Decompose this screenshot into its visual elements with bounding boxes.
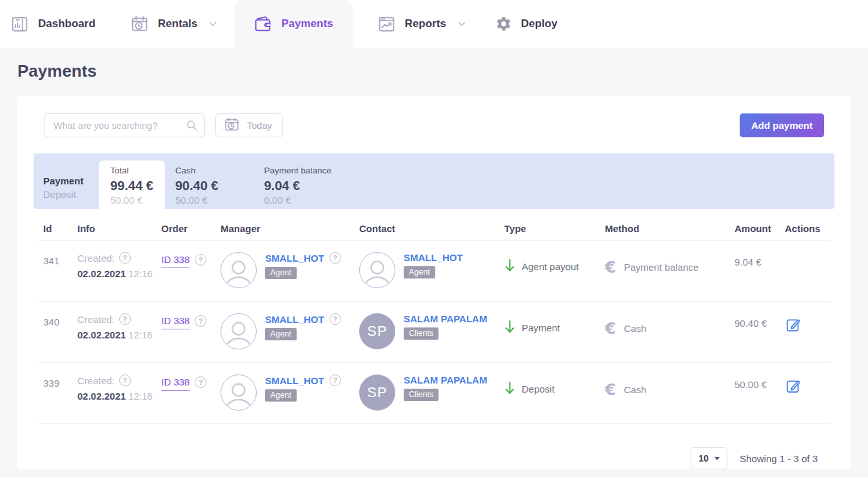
summary-cash-payment: 90.40 € — [175, 178, 219, 193]
caret-down-icon — [715, 457, 720, 460]
nav-item-rentals[interactable]: Rentals — [130, 0, 218, 48]
table-header: Id Info Order Manager Contact Type Metho… — [38, 217, 830, 240]
nav-item-deploy[interactable]: Deploy — [495, 0, 558, 48]
question-icon[interactable]: ? — [119, 313, 131, 325]
row-amount: 90.40 € — [735, 313, 785, 351]
avatar[interactable]: SP — [359, 375, 395, 411]
question-icon[interactable]: ? — [195, 254, 206, 266]
created-time: 12:16 — [128, 268, 153, 279]
summary-balance-label: Payment balance — [264, 166, 331, 175]
contact-link[interactable]: SMALL_HOT — [404, 252, 463, 263]
type-label: Deposit — [522, 384, 555, 394]
avatar[interactable] — [221, 375, 257, 411]
summary-col-cash[interactable]: Cash 90.40 € 50.00 € — [175, 153, 219, 209]
nav-item-dashboard[interactable]: Dashboard — [10, 0, 95, 48]
col-header-info: Info — [77, 223, 161, 234]
col-header-amount: Amount — [735, 223, 785, 234]
summary-col-total[interactable]: Total 99.44 € 50.00 € — [99, 161, 165, 209]
row-id: 340 — [38, 313, 77, 351]
row-type: Agent payout — [504, 252, 605, 277]
edit-button[interactable] — [785, 316, 802, 335]
manager-link[interactable]: SMALL_HOT — [265, 314, 324, 325]
row-info: Created: ? 02.02.202112:16 — [77, 313, 161, 351]
row-actions — [785, 252, 830, 289]
row-actions — [785, 375, 830, 412]
role-badge: Agent — [404, 266, 435, 278]
row-manager: SMALL_HOT ? Agent — [221, 313, 359, 351]
order-link[interactable]: ID 338 — [161, 315, 190, 329]
summary-cash-deposit: 50.00 € — [175, 195, 219, 206]
role-badge: Agent — [265, 328, 297, 340]
avatar[interactable] — [221, 313, 257, 349]
top-nav: Dashboard Rentals Payments — [0, 0, 868, 48]
summary-total-deposit: 50.00 € — [110, 195, 153, 206]
created-date: 02.02.2021 — [77, 329, 126, 340]
toolbar: Today Add payment — [44, 113, 824, 137]
avatar[interactable] — [221, 252, 257, 288]
avatar[interactable] — [359, 252, 395, 288]
arrow-down-icon — [504, 380, 515, 398]
row-contact: SMALL_HOT Agent — [359, 252, 504, 289]
nav-label-reports: Reports — [405, 17, 446, 30]
date-filter[interactable]: Today — [215, 113, 283, 137]
question-icon[interactable]: ? — [195, 315, 206, 327]
row-amount: 50.00 € — [735, 375, 785, 412]
arrow-down-icon — [504, 258, 515, 275]
row-id: 339 — [38, 375, 77, 412]
summary-balance-deposit: 0.00 € — [264, 195, 331, 206]
row-contact: SP SALAM PAPALAM Clients — [359, 375, 504, 412]
nav-label-deploy: Deploy — [521, 17, 558, 30]
summary-total-label: Total — [110, 166, 153, 175]
row-method: € Cash — [605, 375, 735, 400]
payments-card: Today Add payment Payment Deposit Total … — [17, 96, 851, 469]
page-size-select[interactable]: 10 — [691, 447, 727, 469]
col-header-id: Id — [38, 223, 77, 234]
nav-item-payments[interactable]: Payments — [234, 0, 352, 48]
nav-label-dashboard: Dashboard — [38, 17, 95, 30]
row-contact: SP SALAM PAPALAM Clients — [359, 313, 504, 351]
edit-button[interactable] — [785, 378, 802, 396]
euro-icon: € — [605, 382, 616, 398]
arrow-down-icon — [504, 319, 515, 336]
summary-label-payment: Payment — [43, 174, 99, 188]
question-icon[interactable]: ? — [330, 313, 341, 325]
page-size-value: 10 — [698, 453, 709, 463]
showing-label: Showing 1 - 3 of 3 — [740, 453, 818, 464]
method-label: Payment balance — [624, 262, 698, 273]
order-link[interactable]: ID 338 — [161, 376, 190, 391]
summary-col-balance[interactable]: Payment balance 9.04 € 0.00 € — [264, 153, 331, 209]
table-row: 339 Created: ? 02.02.202112:16 ID 338 ? … — [38, 363, 830, 424]
question-icon[interactable]: ? — [330, 375, 341, 386]
euro-icon: € — [605, 259, 616, 275]
manager-link[interactable]: SMALL_HOT — [265, 375, 324, 386]
row-method: € Payment balance — [605, 252, 735, 278]
manager-link[interactable]: SMALL_HOT — [265, 253, 324, 264]
contact-link[interactable]: SALAM PAPALAM — [404, 375, 487, 385]
chevron-down-icon — [457, 19, 467, 29]
row-order: ID 338 ? — [161, 252, 221, 289]
created-label: Created: — [77, 314, 115, 325]
type-label: Payment — [522, 322, 560, 333]
avatar[interactable]: SP — [359, 313, 395, 349]
question-icon[interactable]: ? — [119, 375, 131, 386]
role-badge: Agent — [265, 267, 297, 279]
search-input[interactable] — [44, 113, 205, 137]
row-info: Created: ? 02.02.202112:16 — [77, 375, 161, 412]
order-link[interactable]: ID 338 — [161, 254, 190, 268]
question-icon[interactable]: ? — [330, 252, 341, 264]
question-icon[interactable]: ? — [119, 252, 131, 264]
col-header-contact: Contact — [359, 223, 504, 234]
date-filter-value: Today — [247, 121, 272, 131]
summary-row-labels: Payment Deposit — [43, 153, 99, 209]
row-id: 341 — [38, 252, 77, 289]
nav-item-reports[interactable]: Reports — [377, 0, 467, 48]
question-icon[interactable]: ? — [195, 376, 206, 388]
add-payment-button[interactable]: Add payment — [740, 113, 824, 137]
row-actions — [785, 313, 830, 351]
summary-label-deposit: Deposit — [43, 188, 99, 202]
dashboard-icon — [10, 15, 29, 34]
contact-link[interactable]: SALAM PAPALAM — [404, 313, 487, 324]
col-header-manager: Manager — [221, 223, 359, 234]
summary-total-payment: 99.44 € — [110, 178, 153, 193]
row-manager: SMALL_HOT ? Agent — [221, 375, 359, 412]
